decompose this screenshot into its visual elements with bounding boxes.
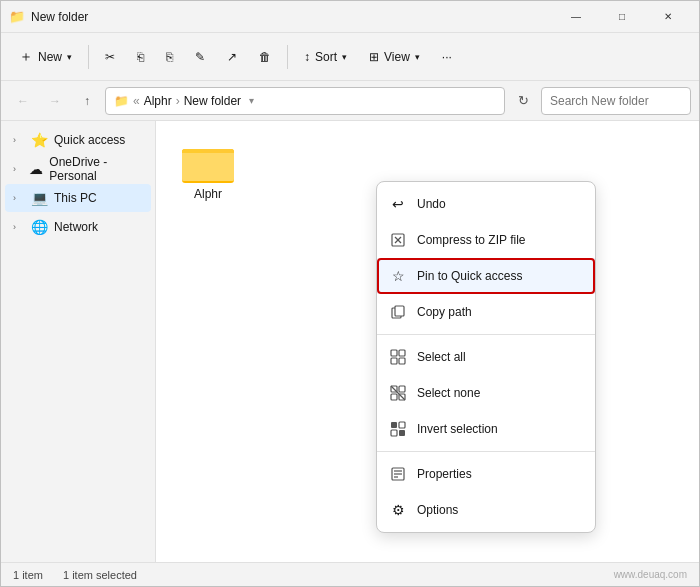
svg-rect-13 — [399, 386, 405, 392]
sidebar-item-network[interactable]: › 🌐 Network — [5, 213, 151, 241]
copy-icon: ⎗ — [137, 50, 144, 64]
select-none-icon — [389, 384, 407, 402]
back-button[interactable]: ← — [9, 87, 37, 115]
svg-rect-11 — [399, 358, 405, 364]
item-count: 1 item — [13, 569, 43, 581]
refresh-button[interactable]: ↻ — [509, 87, 537, 115]
sort-icon: ↕ — [304, 50, 310, 64]
file-label-alphr: Alphr — [194, 187, 222, 201]
quick-access-expand-icon: › — [13, 135, 25, 145]
more-button[interactable]: ··· — [432, 39, 462, 75]
path-folder-icon: 📁 — [114, 94, 129, 108]
menu-label-undo: Undo — [417, 197, 583, 211]
sort-chevron-icon: ▾ — [342, 52, 347, 62]
forward-icon: → — [49, 94, 61, 108]
svg-rect-14 — [391, 394, 397, 400]
context-menu: ↩ Undo Compress to ZIP file ☆ Pin to Qui… — [376, 181, 596, 533]
sidebar-item-onedrive[interactable]: › ☁ OneDrive - Personal — [5, 155, 151, 183]
path-arrow-icon: › — [176, 94, 180, 108]
svg-rect-18 — [399, 422, 405, 428]
search-input[interactable] — [541, 87, 691, 115]
quick-access-star-icon: ⭐ — [31, 132, 48, 148]
menu-label-invert: Invert selection — [417, 422, 583, 436]
network-expand-icon: › — [13, 222, 25, 232]
sort-button[interactable]: ↕ Sort ▾ — [294, 39, 357, 75]
file-item-alphr[interactable]: Alphr — [168, 133, 248, 209]
main-area: › ⭐ Quick access › ☁ OneDrive - Personal… — [1, 121, 699, 562]
title-controls: — □ ✕ — [553, 1, 691, 33]
onedrive-cloud-icon: ☁ — [29, 161, 43, 177]
status-bar: 1 item 1 item selected www.deuaq.com — [1, 562, 699, 586]
address-bar: ← → ↑ 📁 « Alphr › New folder ▾ ↻ — [1, 81, 699, 121]
delete-icon: 🗑 — [259, 50, 271, 64]
svg-rect-19 — [391, 430, 397, 436]
cut-button[interactable]: ✂ — [95, 39, 125, 75]
new-button[interactable]: ＋ New ▾ — [9, 39, 82, 75]
more-icon: ··· — [442, 50, 452, 64]
view-button[interactable]: ⊞ View ▾ — [359, 39, 430, 75]
menu-label-select-none: Select none — [417, 386, 583, 400]
menu-label-select-all: Select all — [417, 350, 583, 364]
cut-icon: ✂ — [105, 50, 115, 64]
menu-item-invert[interactable]: Invert selection — [377, 411, 595, 447]
path-part-2: New folder — [184, 94, 241, 108]
maximize-button[interactable]: □ — [599, 1, 645, 33]
separator-1 — [88, 45, 89, 69]
close-button[interactable]: ✕ — [645, 1, 691, 33]
menu-item-copy-path[interactable]: Copy path — [377, 294, 595, 330]
share-button[interactable]: ↗ — [217, 39, 247, 75]
properties-icon — [389, 465, 407, 483]
sidebar-label-onedrive: OneDrive - Personal — [49, 155, 143, 183]
sidebar-item-quick-access[interactable]: › ⭐ Quick access — [5, 126, 151, 154]
onedrive-expand-icon: › — [13, 164, 23, 174]
compress-icon — [389, 231, 407, 249]
refresh-icon: ↻ — [518, 93, 529, 108]
new-icon: ＋ — [19, 48, 33, 66]
selected-count: 1 item selected — [63, 569, 137, 581]
content-area[interactable]: Alphr ↩ Undo Compress to ZIP file ☆ Pin … — [156, 121, 699, 562]
view-icon: ⊞ — [369, 50, 379, 64]
rename-icon: ✎ — [195, 50, 205, 64]
watermark: www.deuaq.com — [614, 569, 687, 580]
new-label: New — [38, 50, 62, 64]
path-separator-left: « — [133, 94, 140, 108]
menu-item-select-none[interactable]: Select none — [377, 375, 595, 411]
sidebar: › ⭐ Quick access › ☁ OneDrive - Personal… — [1, 121, 156, 562]
minimize-button[interactable]: — — [553, 1, 599, 33]
menu-divider-1 — [377, 334, 595, 335]
rename-button[interactable]: ✎ — [185, 39, 215, 75]
paste-button[interactable]: ⎘ — [156, 39, 183, 75]
delete-button[interactable]: 🗑 — [249, 39, 281, 75]
copy-button[interactable]: ⎗ — [127, 39, 154, 75]
up-icon: ↑ — [84, 94, 90, 108]
menu-label-compress: Compress to ZIP file — [417, 233, 583, 247]
path-part-1: Alphr — [144, 94, 172, 108]
sidebar-item-this-pc[interactable]: › 💻 This PC — [5, 184, 151, 212]
new-chevron-icon: ▾ — [67, 52, 72, 62]
up-button[interactable]: ↑ — [73, 87, 101, 115]
menu-item-undo[interactable]: ↩ Undo — [377, 186, 595, 222]
view-label: View — [384, 50, 410, 64]
menu-label-pin: Pin to Quick access — [417, 269, 583, 283]
title-icon: 📁 — [9, 9, 25, 25]
svg-rect-8 — [391, 350, 397, 356]
menu-item-properties[interactable]: Properties — [377, 456, 595, 492]
svg-line-16 — [391, 386, 405, 400]
menu-item-select-all[interactable]: Select all — [377, 339, 595, 375]
select-all-icon — [389, 348, 407, 366]
menu-item-pin[interactable]: ☆ Pin to Quick access — [377, 258, 595, 294]
separator-2 — [287, 45, 288, 69]
pin-star-icon: ☆ — [389, 267, 407, 285]
back-icon: ← — [17, 94, 29, 108]
share-icon: ↗ — [227, 50, 237, 64]
forward-button[interactable]: → — [41, 87, 69, 115]
menu-divider-2 — [377, 451, 595, 452]
menu-label-copy-path: Copy path — [417, 305, 583, 319]
svg-rect-9 — [399, 350, 405, 356]
menu-item-compress[interactable]: Compress to ZIP file — [377, 222, 595, 258]
svg-rect-20 — [399, 430, 405, 436]
view-chevron-icon: ▾ — [415, 52, 420, 62]
network-globe-icon: 🌐 — [31, 219, 48, 235]
menu-item-options[interactable]: ⚙ Options — [377, 492, 595, 528]
address-path[interactable]: 📁 « Alphr › New folder ▾ — [105, 87, 505, 115]
